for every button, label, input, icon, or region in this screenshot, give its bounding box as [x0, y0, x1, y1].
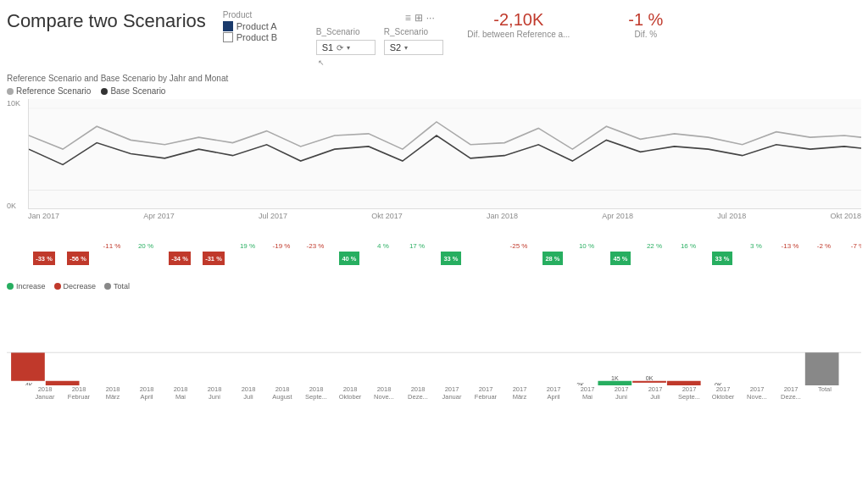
pct-bar: -34 %	[164, 241, 196, 265]
decrease-dot	[54, 283, 61, 290]
pct-bar-inner: -56 %	[67, 252, 89, 265]
pct-bar: -19 %	[265, 242, 298, 264]
x-label-apr-2018: Apr 2018	[602, 212, 633, 220]
pct-above-label: -7 %	[851, 242, 861, 250]
pct-bar: -31 %	[198, 241, 230, 265]
wf-legend-increase: Increase	[7, 282, 46, 290]
ref-scenario-legend-item: Reference Scenario	[7, 86, 91, 96]
legend-swatch-b	[223, 32, 233, 42]
waterfall-bar	[11, 352, 45, 381]
waterfall-x-label: 2018Nove...	[367, 385, 401, 401]
pct-bar: -2 %	[808, 242, 840, 264]
x-label-okt-2018: Okt 2018	[830, 212, 861, 220]
b-scenario-arrow: ▾	[347, 44, 350, 52]
waterfall-x-label: 2018März	[96, 385, 130, 401]
increase-label: Increase	[16, 282, 46, 290]
decrease-label: Decrease	[64, 282, 97, 290]
waterfall-bar	[46, 381, 80, 385]
waterfall-bar	[805, 352, 839, 385]
wf-legend: Increase Decrease Total	[7, 282, 861, 290]
waterfall-x-label: 2018April	[130, 385, 164, 401]
waterfall-x-label: 2018Juni	[198, 385, 231, 401]
r-scenario-control: R_Scenario S2 ▾	[384, 27, 443, 55]
increase-dot	[7, 283, 14, 290]
pct-bar: 45 %	[604, 241, 637, 265]
pct-bar: 17 %	[401, 242, 433, 264]
wf-legend-decrease: Decrease	[54, 282, 97, 290]
x-label-jul-2018: Jul 2018	[717, 212, 746, 220]
waterfall-canvas: -4K-5K-1K-4K2K-4K-2K3K-2K0K2K3K3K-3K1K4K…	[7, 292, 861, 385]
ref-scenario-label: Reference Scenario	[16, 86, 91, 96]
waterfall-x-label: 2018Oktober	[333, 385, 367, 401]
line-chart-legend: Reference Scenario Base Scenario	[7, 86, 861, 96]
legend-item-a: Product A	[223, 21, 299, 31]
pct-chart-container: -33 %-56 %-11 %20 %-34 %-31 %19 %-19 %-2…	[7, 225, 861, 280]
line-chart-inner: Jan 2017 Apr 2017 Jul 2017 Okt 2017 Jan …	[28, 97, 861, 220]
toolbar-icon-expand[interactable]: ⊞	[415, 12, 423, 24]
pct-above-label: 20 %	[138, 242, 153, 250]
pct-bar: -25 %	[503, 242, 535, 264]
line-chart-svg	[29, 99, 861, 208]
b-scenario-select[interactable]: S1 ⟳ ▾	[316, 40, 376, 55]
waterfall-x-label: 2018Deze...	[401, 385, 435, 401]
pct-bar: 3 %	[740, 242, 772, 264]
pct-bar: -33 %	[28, 241, 60, 265]
kpi-pct: -1 % Dif. %	[591, 10, 701, 39]
pct-bar-inner: -31 %	[203, 252, 225, 265]
base-scenario-legend-item: Base Scenario	[101, 86, 165, 96]
waterfall-bar-label: 2K	[576, 381, 584, 385]
ref-dot	[7, 88, 14, 95]
kpi-dif-label: Dif. between Reference a...	[467, 30, 570, 39]
toolbar-icon-lines[interactable]: ≡	[405, 12, 411, 24]
toolbar-icons: ≡ ⊞ ···	[405, 12, 435, 24]
pct-bar: 22 %	[638, 242, 670, 264]
legend-swatch-a	[223, 21, 233, 31]
b-scenario-label: B_Scenario	[316, 27, 376, 36]
b-scenario-value: S1	[322, 42, 333, 53]
page-title: Compare two Scenarios	[7, 10, 206, 32]
pct-chart-section: -33 %-56 %-11 %20 %-34 %-31 %19 %-19 %-2…	[7, 225, 861, 280]
pct-above-label: 10 %	[579, 242, 594, 250]
legend-title: Product	[223, 10, 299, 19]
x-label-jan-2018: Jan 2018	[487, 212, 518, 220]
wf-legend-total: Total	[104, 282, 130, 290]
pct-bar: -56 %	[62, 241, 94, 265]
pct-bar: 20 %	[130, 242, 162, 264]
x-label-jul-2017: Jul 2017	[259, 212, 287, 220]
pct-bar-inner: -34 %	[169, 252, 191, 265]
header: Compare two Scenarios Product Product A …	[7, 7, 861, 72]
waterfall-x-label: 2017Oktober	[706, 385, 740, 401]
pct-bar: 4 %	[367, 242, 399, 264]
pct-above-label: 17 %	[409, 242, 425, 250]
pct-bar: -7 %	[842, 242, 861, 264]
y-axis: 10K 0K	[7, 97, 28, 220]
pct-above-label: -23 %	[307, 242, 325, 250]
toolbar-icon-more[interactable]: ···	[426, 12, 435, 24]
cursor-indicator: ↖	[316, 58, 376, 67]
b-scenario-control: B_Scenario S1 ⟳ ▾ ↖	[316, 27, 376, 67]
pct-above-label: 3 %	[750, 242, 762, 250]
waterfall-x-label: 2018August	[265, 385, 299, 401]
waterfall-x-label: 2018Januar	[28, 385, 62, 401]
kpi-pct-label: Dif. %	[634, 30, 657, 39]
kpi-dif: -2,10K Dif. between Reference a...	[464, 10, 574, 39]
x-axis-labels: Jan 2017 Apr 2017 Jul 2017 Okt 2017 Jan …	[28, 211, 861, 220]
pct-bar: 28 %	[537, 241, 569, 265]
waterfall-x-label: 2017Nove...	[740, 385, 774, 401]
waterfall-bar-label: -4K	[23, 381, 32, 385]
pct-above-label: 16 %	[681, 242, 696, 250]
r-scenario-label: R_Scenario	[384, 27, 443, 36]
x-label-okt-2017: Okt 2017	[371, 212, 403, 220]
r-scenario-select[interactable]: S2 ▾	[384, 40, 443, 55]
sync-icon: ⟳	[337, 43, 343, 53]
y-label-10k: 10K	[7, 99, 25, 108]
waterfall-x-label: 2017Mai	[570, 385, 604, 401]
waterfall-x-label: 2017Juni	[604, 385, 638, 401]
waterfall-bar-label: 0K	[715, 381, 722, 385]
pct-bar: 40 %	[333, 241, 365, 265]
base-scenario-label: Base Scenario	[110, 86, 165, 96]
pct-bar: -23 %	[299, 242, 331, 264]
pct-bar: -11 %	[96, 242, 128, 264]
pct-bar: 16 %	[672, 242, 704, 264]
pct-bar: 33 %	[435, 241, 467, 265]
